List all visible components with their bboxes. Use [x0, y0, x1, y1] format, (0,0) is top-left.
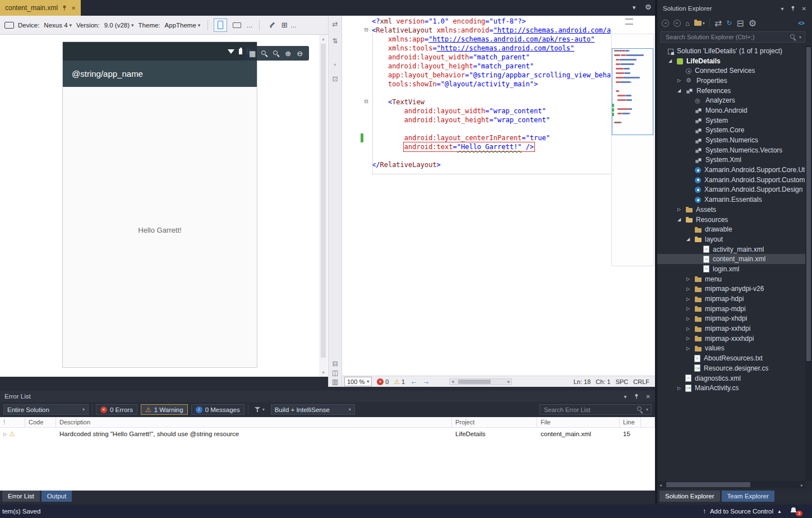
code-line[interactable]: xmlns:app="http://schemas.android.com/ap…	[342, 35, 611, 44]
scroll-up-icon[interactable]: ▴	[319, 36, 327, 41]
messages-filter-button[interactable]: i0 Messages	[191, 404, 244, 415]
tree-item-mipmap-xhdpi[interactable]: ▷mipmap-xhdpi	[657, 314, 805, 324]
editor-horizontal-scrollbar[interactable]: ◂ ▸	[449, 378, 512, 385]
expand-arrow-icon[interactable]: ▷	[686, 346, 694, 351]
tree-item-menu[interactable]: ▷menu	[657, 274, 805, 284]
theme-selector[interactable]: AppTheme	[163, 21, 202, 30]
tree-item-resource-designer-cs[interactable]: Resource.designer.cs	[657, 363, 805, 373]
search-icon[interactable]	[637, 406, 643, 413]
close-icon[interactable]: ✕	[802, 6, 806, 12]
portrait-orientation-button[interactable]	[214, 18, 227, 32]
expand-arrow-icon[interactable]: ▷	[686, 326, 694, 331]
code-line[interactable]	[342, 89, 611, 98]
tree-item-aboutresources-txt[interactable]: AboutResources.txt	[657, 353, 805, 363]
more-options-icon[interactable]: …	[290, 22, 298, 29]
designer-canvas[interactable]: @string/app_name Hello Garrett! ▦ ⊕ ⊖ ▴ …	[0, 35, 328, 377]
search-input[interactable]	[665, 33, 787, 41]
code-line[interactable]: ⊟<RelativeLayout xmlns:android="http://s…	[342, 26, 611, 35]
collapse-arrow-icon[interactable]: ◢	[668, 58, 676, 63]
grid-icon[interactable]: ⊞	[282, 21, 288, 29]
code-line[interactable]: </RelativeLayout>	[342, 160, 611, 169]
code-line[interactable]: android:layout_centerInParent="true"	[342, 133, 611, 142]
code-line[interactable]: android:layout_height="match_parent"	[342, 62, 611, 71]
designer-only-icon[interactable]: ▫	[329, 61, 342, 68]
pin-icon[interactable]	[790, 6, 796, 11]
tree-item-mipmap-xxxhdpi[interactable]: ▷mipmap-xxxhdpi	[657, 334, 805, 344]
tab-error-list[interactable]: Error List	[2, 491, 40, 502]
code-line[interactable]: tools:showIn="@layout/activity_main">	[342, 80, 611, 89]
errors-filter-button[interactable]: ✕0 Errors	[96, 404, 137, 415]
refresh-icon[interactable]: ↻	[726, 19, 732, 27]
tree-item-analyzers[interactable]: Analyzers	[657, 95, 805, 105]
close-icon[interactable]: ✕	[646, 394, 650, 400]
designer-code-splitter[interactable]: ⇄ ⇅ ▫ ⊡ ⊟ ◫ ▥	[328, 16, 342, 387]
tree-item-system-core[interactable]: System.Core	[657, 126, 805, 136]
tree-item-xamarin-android-support-design[interactable]: Xamarin.Android.Support.Design	[657, 185, 805, 195]
tree-item-system-numerics-vectors[interactable]: System.Numerics.Vectors	[657, 145, 805, 155]
code-line[interactable]	[342, 124, 611, 133]
swap-vertical-icon[interactable]: ⇅	[329, 37, 342, 45]
expand-arrow-icon[interactable]: ▷	[677, 386, 685, 391]
collapse-all-icon[interactable]: ⊟	[736, 18, 744, 29]
navigate-forward-icon[interactable]: ▸	[673, 20, 681, 27]
tree-item-assets[interactable]: ▷Assets	[657, 205, 805, 215]
preview-textview[interactable]: Hello Garrett!	[63, 226, 257, 234]
pin-icon[interactable]	[62, 5, 67, 11]
tree-item-values[interactable]: ▷values	[657, 344, 805, 354]
code-column-header[interactable]: Code	[25, 417, 56, 427]
code-line[interactable]: android:text="Hello Garrett!" />	[342, 142, 611, 151]
source-only-icon[interactable]: ⊡	[329, 75, 342, 83]
solution-explorer-titlebar[interactable]: Solution Explorer ▾ ✕	[657, 3, 812, 13]
xml-editor[interactable]: <?xml version="1.0" encoding="utf-8"?>⊟<…	[342, 16, 655, 376]
split-horizontal-icon[interactable]: ⊟	[329, 360, 342, 368]
search-input[interactable]	[543, 406, 634, 414]
code-line[interactable]: ⊟ <TextView	[342, 98, 611, 107]
code-line[interactable]: android:layout_width="match_parent"	[342, 53, 611, 62]
properties-icon[interactable]: ⚙	[749, 18, 756, 29]
edit-theme-button[interactable]	[265, 18, 279, 32]
editor-splitter-grip[interactable]	[625, 18, 633, 25]
code-line[interactable]: android:layout_width="wrap_content"	[342, 107, 611, 115]
tree-item-lifedetails[interactable]: ◢LifeDetails	[657, 56, 805, 66]
tree-item-mono-android[interactable]: Mono.Android	[657, 105, 805, 115]
zoom-level-select[interactable]: 100 %	[344, 377, 372, 386]
navigate-back-icon[interactable]: ←	[410, 377, 417, 386]
version-selector[interactable]: 9.0 (v28)	[103, 21, 136, 30]
code-line[interactable]: app:layout_behavior="@string/appbar_scro…	[342, 71, 611, 80]
document-errors-indicator[interactable]: ✕0	[377, 378, 389, 385]
tree-item-mipmap-mdpi[interactable]: ▷mipmap-mdpi	[657, 304, 805, 314]
tree-item-layout[interactable]: ◢layout	[657, 234, 805, 244]
tree-item-diagnostics-xml[interactable]: diagnostics.xml	[657, 373, 805, 383]
split-grid-icon[interactable]: ▥	[329, 378, 342, 386]
tree-item-drawable[interactable]: drawable	[657, 224, 805, 234]
navigate-forward-icon[interactable]: →	[422, 377, 430, 386]
scroll-left-icon[interactable]: ◂	[451, 379, 454, 384]
code-line[interactable]: <?xml version="1.0" encoding="utf-8"?>	[342, 17, 611, 26]
code-line[interactable]: xmlns:tools="http://schemas.android.com/…	[342, 44, 611, 53]
scrollbar-thumb[interactable]	[458, 380, 491, 384]
cell-file[interactable]: content_main.xml	[537, 431, 620, 437]
tree-item-properties[interactable]: ▷Properties	[657, 76, 805, 86]
pin-icon[interactable]	[634, 394, 639, 399]
more-options-icon[interactable]: …	[246, 22, 253, 29]
window-position-icon[interactable]: ▾	[624, 394, 627, 400]
split-vertical-icon[interactable]: ◫	[329, 369, 342, 377]
minimap[interactable]	[611, 34, 654, 266]
tab-solution-explorer[interactable]: Solution Explorer	[659, 491, 720, 502]
expand-arrow-icon[interactable]: ▷	[686, 297, 694, 302]
solution-explorer-search[interactable]: ▾	[661, 31, 805, 43]
window-position-icon[interactable]: ▾	[781, 6, 784, 12]
tab-team-explorer[interactable]: Team Explorer	[722, 491, 774, 502]
tree-item-xamarin-android-support-custom[interactable]: Xamarin.Android.Support.Custom	[657, 175, 805, 185]
scrollbar-thumb[interactable]	[321, 44, 326, 358]
severity-column-header[interactable]: !	[0, 417, 25, 427]
sync-with-active-document-icon[interactable]: ⇄	[714, 18, 722, 29]
tree-item-solution-lifedetails-1-of-1-project-[interactable]: Solution 'LifeDetails' (1 of 1 project)	[657, 46, 805, 56]
cell-description[interactable]: Hardcoded string "Hello Garrett!", shoul…	[56, 431, 452, 437]
tree-item-resources[interactable]: ◢Resources	[657, 215, 805, 225]
zoom-out-icon[interactable]: ⊖	[297, 49, 303, 58]
line-column-header[interactable]: Line	[620, 417, 641, 427]
search-icon[interactable]	[790, 34, 796, 40]
tab-content-main-xml[interactable]: content_main.xml ✕	[0, 0, 81, 16]
zoom-in-icon[interactable]: ⊕	[285, 49, 291, 58]
